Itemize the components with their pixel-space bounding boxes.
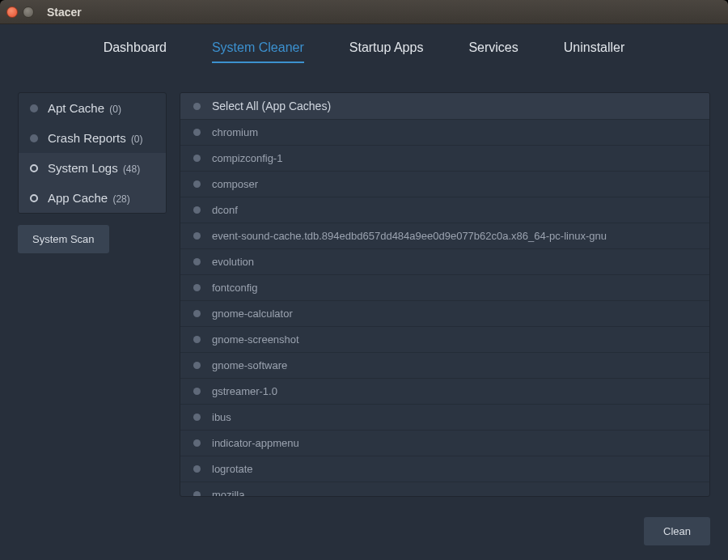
sidebar-item-system-logs[interactable]: System Logs (48) (19, 153, 166, 183)
radio-unselected-icon (30, 134, 38, 142)
sidebar-item-count: (0) (131, 134, 143, 145)
checkbox-icon (193, 491, 201, 496)
list-item[interactable]: dconf (180, 197, 709, 223)
nav-tab-services[interactable]: Services (468, 40, 518, 62)
sidebar: Apt Cache (0)Crash Reports (0)System Log… (18, 92, 167, 253)
list-item-label: fontconfig (212, 282, 257, 294)
minimize-icon[interactable] (23, 6, 34, 18)
checkbox-icon (193, 336, 201, 343)
checkbox-icon (193, 129, 201, 136)
list-item[interactable]: gstreamer-1.0 (180, 379, 709, 405)
checkbox-icon (193, 284, 201, 291)
titlebar: Stacer (0, 0, 728, 24)
checkbox-icon (193, 206, 201, 214)
checkbox-icon (193, 362, 201, 369)
radio-selected-icon (30, 194, 38, 202)
top-nav: DashboardSystem CleanerStartup AppsServi… (0, 24, 728, 73)
list-item[interactable]: indicator-appmenu (180, 431, 709, 456)
sidebar-item-app-cache[interactable]: App Cache (28) (19, 183, 166, 213)
sidebar-item-count: (28) (112, 193, 129, 205)
list-item[interactable]: gnome-calculator (180, 301, 709, 327)
list-item-label: logrotate (212, 463, 253, 475)
app-window: Stacer DashboardSystem CleanerStartup Ap… (0, 0, 728, 560)
list-item[interactable]: ibus (180, 405, 709, 431)
window-title: Stacer (47, 6, 82, 19)
list-item-label: compizconfig-1 (212, 152, 282, 164)
list-item-label: event-sound-cache.tdb.894edbd657dd484a9e… (212, 230, 607, 242)
list-item-label: chromium (212, 126, 258, 138)
sidebar-item-count: (0) (109, 104, 121, 115)
checkbox-icon (193, 232, 201, 240)
list-item[interactable]: mozilla (180, 482, 709, 496)
sidebar-item-label: Crash Reports (0) (48, 131, 154, 145)
list-item[interactable]: composer (180, 172, 709, 197)
checkbox-icon (193, 310, 201, 317)
list-item-label: ibus (212, 411, 231, 423)
checkbox-icon (193, 103, 201, 110)
radio-unselected-icon (30, 104, 38, 112)
list-item[interactable]: event-sound-cache.tdb.894edbd657dd484a9e… (180, 223, 709, 249)
checkbox-icon (193, 258, 201, 265)
nav-tab-dashboard[interactable]: Dashboard (104, 40, 167, 62)
select-all-label: Select All (App Caches) (212, 100, 331, 112)
list-item[interactable]: chromium (180, 120, 709, 146)
nav-tab-system-cleaner[interactable]: System Cleaner (212, 40, 304, 63)
sidebar-item-crash-reports[interactable]: Crash Reports (0) (19, 123, 166, 153)
list-item-label: dconf (212, 204, 238, 216)
checkbox-icon (193, 180, 201, 188)
checkbox-icon (193, 155, 201, 162)
list-item[interactable]: logrotate (180, 456, 709, 482)
list-item-label: evolution (212, 256, 254, 268)
checkbox-icon (193, 414, 201, 421)
app-body: DashboardSystem CleanerStartup AppsServi… (0, 24, 728, 560)
list-item[interactable]: gnome-software (180, 353, 709, 379)
list-item-label: composer (212, 178, 258, 190)
sidebar-item-label: Apt Cache (0) (48, 101, 154, 115)
list-item-label: gnome-screenshot (212, 333, 299, 346)
cache-list-scroll[interactable]: Select All (App Caches)chromiumcompizcon… (180, 93, 709, 496)
nav-tab-startup-apps[interactable]: Startup Apps (349, 40, 424, 62)
sidebar-list: Apt Cache (0)Crash Reports (0)System Log… (18, 92, 167, 214)
clean-button[interactable]: Clean (644, 517, 710, 545)
system-scan-button[interactable]: System Scan (18, 225, 109, 253)
list-item[interactable]: fontconfig (180, 275, 709, 301)
list-item[interactable]: gnome-screenshot (180, 327, 709, 353)
list-item[interactable]: evolution (180, 249, 709, 275)
radio-selected-icon (30, 164, 38, 172)
list-item-label: indicator-appmenu (212, 437, 299, 449)
select-all-row[interactable]: Select All (App Caches) (180, 93, 709, 120)
list-item-label: gnome-calculator (212, 308, 293, 320)
cache-list-panel: Select All (App Caches)chromiumcompizcon… (180, 92, 710, 497)
content-area: Apt Cache (0)Crash Reports (0)System Log… (18, 92, 710, 545)
sidebar-item-label: System Logs (48) (48, 161, 154, 175)
sidebar-item-count: (48) (123, 163, 140, 175)
close-icon[interactable] (6, 6, 18, 18)
checkbox-icon (193, 439, 201, 447)
checkbox-icon (193, 388, 201, 395)
sidebar-item-apt-cache[interactable]: Apt Cache (0) (19, 93, 166, 123)
list-item[interactable]: compizconfig-1 (180, 146, 709, 172)
sidebar-item-label: App Cache (28) (48, 191, 154, 205)
list-item-label: gnome-software (212, 359, 287, 371)
checkbox-icon (193, 465, 201, 473)
list-item-label: gstreamer-1.0 (212, 385, 277, 397)
nav-tab-uninstaller[interactable]: Uninstaller (564, 40, 625, 62)
list-item-label: mozilla (212, 489, 244, 496)
